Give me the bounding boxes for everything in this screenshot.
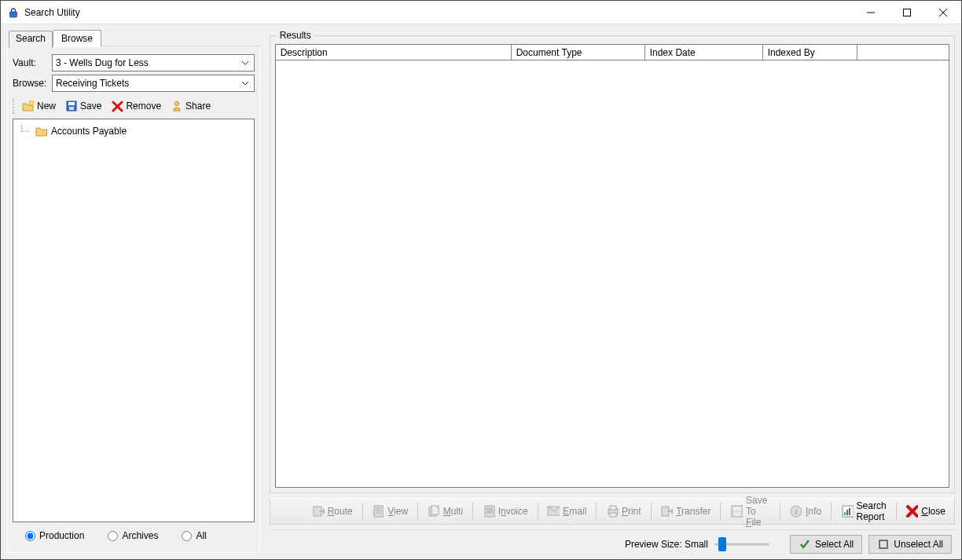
multi-button[interactable]: Multi	[422, 502, 468, 521]
invoice-icon	[483, 505, 495, 518]
browse-combo[interactable]: Receiving Tickets	[52, 75, 255, 92]
radio-production[interactable]: Production	[25, 530, 84, 541]
transfer-icon	[660, 505, 673, 518]
vault-value: 3 - Wells Dug for Less	[56, 57, 240, 68]
close-label: Close	[921, 506, 945, 517]
close-window-button[interactable]	[925, 1, 961, 24]
view-icon	[372, 505, 384, 518]
invoice-label: Invoice	[498, 506, 528, 517]
info-icon: i	[790, 505, 802, 518]
remove-label: Remove	[126, 101, 161, 112]
route-button[interactable]: Route	[307, 502, 358, 521]
results-groupbox: Results Description Document Type Index …	[270, 35, 955, 493]
route-label: Route	[328, 506, 353, 517]
radio-all[interactable]: All	[182, 530, 206, 541]
search-report-icon	[841, 505, 854, 518]
col-document-type[interactable]: Document Type	[512, 45, 645, 60]
svg-rect-0	[10, 12, 17, 17]
col-indexed-by[interactable]: Indexed By	[763, 45, 857, 60]
browse-toolbar: New Save Remove	[13, 98, 255, 114]
save-label: Save	[80, 101, 101, 112]
select-all-button[interactable]: Select All	[790, 535, 862, 554]
close-icon	[905, 505, 918, 518]
svg-rect-26	[610, 506, 616, 510]
tree-node-label: Accounts Payable	[51, 126, 127, 137]
radio-all-input[interactable]	[182, 531, 192, 541]
svg-point-11	[175, 102, 179, 106]
svg-rect-30	[733, 507, 741, 511]
svg-rect-28	[662, 507, 669, 516]
email-button[interactable]: Email	[542, 502, 592, 521]
tab-browse[interactable]: Browse	[53, 30, 101, 47]
slider-thumb[interactable]	[718, 537, 726, 551]
close-button[interactable]: Close	[900, 502, 951, 521]
transfer-button[interactable]: Transfer	[655, 502, 716, 521]
remove-button[interactable]: Remove	[106, 98, 166, 114]
svg-rect-37	[849, 508, 850, 515]
new-button[interactable]: New	[17, 98, 61, 114]
save-button[interactable]: Save	[61, 98, 106, 114]
invoice-button[interactable]: Invoice	[477, 502, 534, 521]
svg-rect-2	[904, 9, 911, 16]
col-index-date[interactable]: Index Date	[645, 45, 763, 60]
titlebar: Search Utility	[1, 1, 961, 24]
remove-icon	[111, 100, 123, 112]
radio-production-input[interactable]	[25, 531, 35, 541]
print-icon	[606, 505, 619, 518]
browse-label: Browse:	[13, 78, 52, 89]
tree-node-accounts-payable[interactable]: Accounts Payable	[17, 124, 251, 138]
transfer-label: Transfer	[676, 506, 710, 517]
col-blank	[857, 45, 949, 60]
col-description[interactable]: Description	[276, 45, 512, 60]
results-grid[interactable]: Description Document Type Index Date Ind…	[275, 44, 949, 488]
folder-tree[interactable]: Accounts Payable	[13, 119, 255, 522]
view-button[interactable]: View	[366, 502, 413, 521]
preview-size-label: Preview Size: Small	[625, 539, 708, 550]
browse-panel: Vault: 3 - Wells Dug for Less Browse: Re…	[7, 46, 260, 553]
svg-point-5	[29, 101, 34, 105]
new-label: New	[37, 101, 56, 112]
save-icon	[65, 100, 78, 112]
app-lock-icon	[7, 6, 20, 19]
email-label: Email	[563, 506, 586, 517]
info-button[interactable]: i Info	[784, 502, 827, 521]
check-icon	[799, 538, 811, 551]
maximize-button[interactable]	[889, 1, 925, 24]
svg-rect-35	[844, 512, 846, 515]
share-button[interactable]: Share	[166, 98, 215, 114]
action-bar: Route View Multi Invoice Email	[270, 498, 955, 525]
view-label: View	[387, 506, 408, 517]
print-button[interactable]: Print	[600, 502, 647, 521]
search-report-label: Search Report	[857, 500, 887, 522]
route-icon	[312, 505, 325, 518]
save-to-file-button[interactable]: Save To File	[725, 492, 776, 531]
svg-rect-13	[374, 506, 383, 517]
browse-value: Receiving Tickets	[56, 78, 240, 89]
preview-row: Preview Size: Small Select All Unselect …	[270, 529, 955, 553]
radio-archives-input[interactable]	[108, 531, 118, 541]
svg-rect-7	[68, 102, 75, 105]
svg-rect-36	[846, 510, 848, 515]
unselect-all-button[interactable]: Unselect All	[868, 535, 952, 554]
share-label: Share	[185, 101, 211, 112]
email-icon	[547, 505, 560, 518]
save-to-file-label: Save To File	[746, 495, 770, 528]
save-file-icon	[730, 505, 743, 518]
chevron-down-icon	[240, 57, 251, 68]
window-title: Search Utility	[24, 7, 80, 18]
minimize-button[interactable]	[853, 1, 889, 24]
folder-icon	[35, 125, 48, 137]
select-all-label: Select All	[815, 539, 854, 550]
vault-combo[interactable]: 3 - Wells Dug for Less	[52, 54, 255, 71]
tree-connector	[17, 125, 32, 137]
multi-label: Multi	[443, 506, 463, 517]
radio-archives[interactable]: Archives	[108, 530, 158, 541]
svg-text:i: i	[795, 507, 798, 516]
tab-search[interactable]: Search	[9, 31, 53, 48]
preview-size-slider[interactable]	[714, 537, 769, 551]
search-report-button[interactable]: Search Report	[835, 497, 892, 525]
svg-rect-8	[69, 107, 74, 110]
info-label: Info	[806, 506, 821, 517]
unselect-all-label: Unselect All	[894, 539, 943, 550]
radio-all-label: All	[196, 530, 206, 541]
